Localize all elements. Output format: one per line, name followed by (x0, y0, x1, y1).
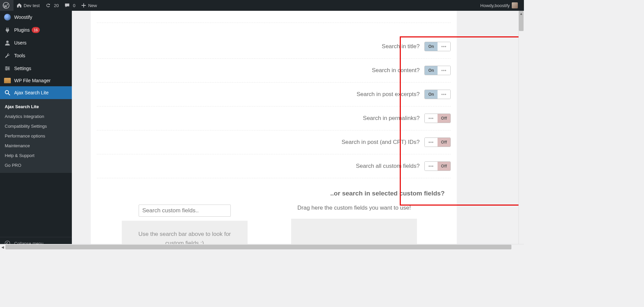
menu-label: Ajax Search Lite (14, 90, 49, 95)
submenu-help-support[interactable]: Help & Support (0, 151, 72, 160)
admin-bar: Dev test 20 0 New (0, 0, 524, 11)
menu-label: Users (14, 40, 27, 45)
submenu-ajax-search-lite: Ajax Search Lite Analytics Integration C… (0, 99, 72, 173)
svg-point-5 (6, 66, 7, 68)
option-label: Search in permalinks? (363, 115, 420, 122)
option-row: Search all custom fields? ••• Off (97, 154, 451, 178)
vertical-scrollbar[interactable] (519, 11, 524, 249)
search-icon (3, 89, 11, 96)
scroll-left-arrow-icon[interactable]: ◀ (0, 244, 5, 249)
toggle-grip-icon: ••• (425, 138, 438, 147)
menu-label: Tools (14, 53, 25, 58)
folder-icon (3, 78, 11, 83)
menu-wp-file-manager[interactable]: WP File Manager (0, 75, 72, 86)
toggle-grip-icon: ••• (438, 42, 450, 51)
comment-icon (64, 2, 70, 8)
viewport: Dev test 20 0 New (0, 0, 524, 249)
content-wrap: Search in title? On ••• Search in conten… (72, 11, 524, 249)
toggle-grip-icon: ••• (425, 162, 438, 171)
option-label: Search in post (and CPT) IDs? (342, 139, 420, 146)
option-row: Search in post (and CPT) IDs? ••• Off (97, 130, 451, 154)
users-icon (3, 39, 11, 46)
admin-menu: Woostify Plugins 16 Users (0, 11, 72, 99)
toggle-on-label: On (425, 90, 438, 99)
cf-selected-col: Drag here the custom fields you want to … (283, 205, 425, 249)
options-area: Search in title? On ••• Search in conten… (91, 11, 457, 178)
menu-label: WP File Manager (14, 78, 51, 83)
admin-bar-right: Howdy, boostify (478, 0, 521, 11)
submenu-go-pro[interactable]: Go PRO (0, 160, 72, 170)
menu-label: Plugins (14, 27, 30, 33)
scroll-up-arrow-icon[interactable]: ▲ (519, 11, 524, 16)
home-icon (16, 2, 22, 8)
content-inner: Search in title? On ••• Search in conten… (91, 11, 519, 244)
cf-available-col: Use the search bar above to look for cus… (114, 205, 256, 249)
main-row: Woostify Plugins 16 Users (0, 11, 524, 249)
toggle-search-in-ids[interactable]: ••• Off (424, 137, 451, 147)
settings-icon (3, 65, 11, 72)
toggle-search-in-title[interactable]: On ••• (424, 42, 451, 51)
comments-count: 0 (73, 3, 75, 8)
submenu-analytics-integration[interactable]: Analytics Integration (0, 112, 72, 121)
custom-fields-heading: ..or search in selected custom fields? (91, 178, 457, 202)
toggle-grip-icon: ••• (438, 90, 450, 99)
howdy-user: boostify (495, 3, 510, 8)
toggle-off-label: Off (438, 114, 450, 123)
updates-count: 20 (54, 3, 59, 8)
cf-drag-label: Drag here the custom fields you want to … (298, 205, 411, 211)
toggle-search-in-content[interactable]: On ••• (424, 66, 451, 75)
horizontal-scrollbar[interactable]: ◀ (0, 244, 524, 249)
option-row: Search in content? On ••• (97, 59, 451, 83)
svg-point-7 (6, 69, 7, 70)
settings-panel: Search in title? On ••• Search in conten… (91, 11, 457, 244)
toggle-off-label: Off (438, 162, 450, 171)
account-link[interactable]: Howdy, boostify (478, 0, 521, 11)
toggle-search-all-custom-fields[interactable]: ••• Off (424, 161, 451, 171)
toggle-search-in-permalinks[interactable]: ••• Off (424, 114, 451, 123)
toggle-off-label: Off (438, 138, 450, 147)
updates-link[interactable]: 20 (43, 0, 61, 11)
avatar (512, 2, 518, 8)
new-label: New (88, 3, 97, 8)
custom-fields-search-input[interactable] (139, 205, 231, 217)
svg-point-6 (8, 68, 9, 69)
new-link[interactable]: New (78, 0, 100, 11)
submenu-ajax-search-lite-main[interactable]: Ajax Search Lite (0, 102, 72, 112)
toggle-grip-icon: ••• (438, 66, 450, 75)
horizontal-scroll-thumb[interactable] (5, 245, 511, 249)
menu-plugins[interactable]: Plugins 16 (0, 24, 72, 36)
menu-tools[interactable]: Tools (0, 49, 72, 62)
howdy-prefix: Howdy, (480, 3, 495, 8)
plugins-badge: 16 (32, 27, 40, 33)
comments-link[interactable]: 0 (61, 0, 78, 11)
menu-settings[interactable]: Settings (0, 62, 72, 75)
woostify-icon (3, 14, 11, 21)
wordpress-icon (3, 2, 9, 9)
option-label: Search in content? (372, 67, 420, 74)
menu-users[interactable]: Users (0, 36, 72, 49)
menu-woostify[interactable]: Woostify (0, 11, 72, 24)
submenu-maintenance[interactable]: Maintenance (0, 141, 72, 151)
toggle-grip-icon: ••• (425, 114, 438, 123)
menu-ajax-search-lite[interactable]: Ajax Search Lite (0, 86, 72, 99)
submenu-performance-options[interactable]: Performance options (0, 131, 72, 141)
toggle-search-in-excerpts[interactable]: On ••• (424, 90, 451, 99)
plus-icon (81, 2, 87, 8)
site-name-link[interactable]: Dev test (13, 0, 43, 11)
toggle-on-label: On (425, 42, 438, 51)
option-label: Search in title? (382, 43, 420, 50)
updates-icon (45, 2, 51, 8)
plugins-icon (3, 27, 11, 33)
option-row: Search in title? On ••• (97, 23, 451, 59)
toggle-on-label: On (425, 66, 438, 75)
tools-icon (3, 52, 11, 59)
option-label: Search in post excerpts? (357, 91, 420, 98)
custom-fields-columns: Use the search bar above to look for cus… (91, 205, 457, 249)
option-label: Search all custom fields? (356, 163, 420, 170)
menu-label: Woostify (14, 14, 32, 20)
submenu-compatibility-settings[interactable]: Compatibility Settings (0, 121, 72, 131)
svg-point-8 (5, 91, 9, 94)
wp-logo[interactable] (0, 0, 13, 11)
site-name: Dev test (24, 3, 40, 8)
option-row: Search in post excerpts? On ••• (97, 83, 451, 106)
